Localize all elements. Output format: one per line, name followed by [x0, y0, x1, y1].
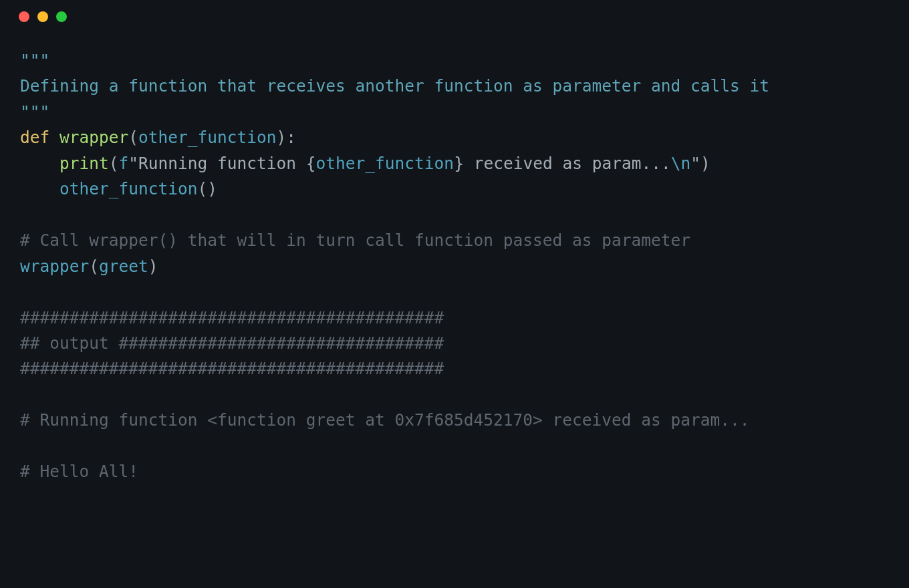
paren: ( — [89, 257, 99, 276]
docstring-open: """ — [20, 51, 49, 70]
argument: greet — [99, 257, 148, 276]
string-quote: " — [128, 154, 138, 173]
function-call: other_function — [59, 179, 198, 198]
print-builtin: print — [59, 154, 109, 173]
paren: ) — [700, 154, 710, 173]
f-prefix: f — [119, 154, 129, 173]
paren: ) — [207, 179, 217, 198]
comment-line: ########################################… — [20, 359, 444, 378]
comment-line: ########################################… — [20, 308, 444, 327]
def-keyword: def — [20, 128, 49, 147]
output-comment: # Running function <function greet at 0x… — [20, 410, 750, 430]
indent — [20, 179, 59, 198]
docstring-text: Defining a function that receives anothe… — [20, 76, 769, 96]
titlebar — [0, 0, 909, 33]
docstring-close: """ — [20, 102, 49, 122]
code-editor[interactable]: """ Defining a function that receives an… — [0, 33, 909, 505]
close-icon[interactable] — [19, 11, 29, 22]
output-comment: # Hello All! — [20, 462, 138, 481]
paren: ( — [198, 179, 208, 198]
escape-seq: \n — [671, 154, 691, 173]
paren: ) — [277, 128, 287, 147]
wrapper-call: wrapper — [20, 257, 89, 276]
string-text: received as param... — [464, 154, 671, 173]
parameter: other_function — [138, 128, 277, 147]
brace: { — [306, 154, 316, 173]
editor-window: """ Defining a function that receives an… — [0, 0, 909, 588]
comment-line: ## output ##############################… — [20, 333, 444, 353]
function-name: wrapper — [59, 128, 128, 147]
indent — [20, 154, 59, 173]
string-quote: " — [690, 154, 700, 173]
paren: ( — [109, 154, 119, 173]
paren: ) — [148, 257, 158, 276]
brace: } — [454, 154, 464, 173]
maximize-icon[interactable] — [56, 11, 67, 22]
comment-line: # Call wrapper() that will in turn call … — [20, 231, 690, 250]
string-text: Running function — [138, 154, 306, 173]
minimize-icon[interactable] — [37, 11, 48, 22]
colon: : — [286, 128, 296, 147]
paren: ( — [128, 128, 138, 147]
interpolation: other_function — [316, 154, 454, 173]
